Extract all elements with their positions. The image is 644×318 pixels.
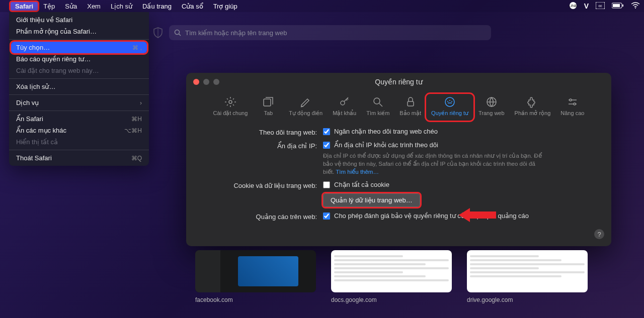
svg-rect-6 xyxy=(622,5,623,7)
tab-tabs[interactable]: Tab xyxy=(253,94,284,121)
separator xyxy=(9,78,149,79)
svg-point-20 xyxy=(574,103,576,105)
checkbox-cross-site-tracking[interactable]: Ngăn chặn theo dõi trang web chéo xyxy=(323,128,599,135)
thumb-drive-google[interactable]: drive.google.com xyxy=(467,250,588,303)
shortcut: ⌥⌘H xyxy=(124,127,142,134)
window-title: Quyền riêng tư xyxy=(186,78,611,86)
line-icon[interactable]: LINE xyxy=(569,2,577,11)
menu-quit-safari[interactable]: Thoát Safari⌘Q xyxy=(9,152,149,164)
label-cookies: Cookie và dữ liệu trang web: xyxy=(198,181,323,189)
menu-window[interactable]: Cửa sổ xyxy=(177,2,208,11)
thumb-label: docs.google.com xyxy=(331,296,452,303)
menubar-right: LINE V cc xyxy=(569,2,640,11)
tab-privacy[interactable]: Quyền riêng tư xyxy=(426,94,473,121)
menu-safari[interactable]: Safari xyxy=(10,2,38,11)
thumb-facebook[interactable]: facebook.com xyxy=(195,250,316,303)
menu-hide-safari[interactable]: Ẩn Safari⌘H xyxy=(9,113,149,125)
svg-text:LINE: LINE xyxy=(569,4,577,8)
help-button[interactable]: ? xyxy=(594,229,604,239)
hint-hide-ip: Địa chỉ IP có thể được sử dụng để xác đị… xyxy=(323,152,544,176)
browser-toolbar: Tìm kiếm hoặc nhập tên trang web xyxy=(0,19,644,46)
chevron-right-icon: › xyxy=(140,99,142,107)
favorites-thumbnails: facebook.com docs.google.com drive.googl… xyxy=(195,250,588,303)
manage-website-data-button[interactable]: Quản lý dữ liệu trang web… xyxy=(323,193,420,207)
svg-point-11 xyxy=(229,100,232,103)
tab-advanced[interactable]: Nâng cao xyxy=(555,94,589,121)
link-learn-more[interactable]: Tìm hiểu thêm… xyxy=(336,169,379,175)
menu-site-settings: Cài đặt cho trang web này… xyxy=(9,65,149,76)
thumb-preview xyxy=(467,250,588,292)
thumb-preview xyxy=(331,250,452,292)
search-icon xyxy=(174,29,181,36)
annotation-arrow-icon xyxy=(458,205,498,225)
separator xyxy=(9,111,149,111)
menu-privacy-report[interactable]: Báo cáo quyền riêng tư… xyxy=(9,53,149,65)
prefs-tabbar: Cài đặt chung Tab Tự động điền Mật khẩu … xyxy=(186,94,611,121)
menu-services[interactable]: Dịch vụ› xyxy=(9,97,149,109)
tab-extensions[interactable]: Phần mở rộng xyxy=(510,94,556,121)
address-search-bar[interactable]: Tìm kiếm hoặc nhập tên trang web xyxy=(169,25,491,40)
svg-line-15 xyxy=(379,103,382,107)
shortcut: ⌘H xyxy=(131,116,142,123)
cc-icon[interactable]: cc xyxy=(596,2,605,11)
thumb-preview xyxy=(195,250,316,292)
tab-passwords[interactable]: Mật khẩu xyxy=(328,94,361,121)
prefs-body: Theo dõi trang web: Ngăn chặn theo dõi t… xyxy=(186,121,611,221)
svg-point-14 xyxy=(374,98,380,104)
menu-show-all: Hiển thị tất cả xyxy=(9,136,149,148)
separator xyxy=(9,150,149,150)
thumb-label: drive.google.com xyxy=(467,296,588,303)
separator xyxy=(9,94,149,95)
menu-view[interactable]: Xem xyxy=(82,2,106,11)
svg-rect-5 xyxy=(613,4,620,7)
tab-search[interactable]: Tìm kiếm xyxy=(361,94,394,121)
menu-file[interactable]: Tệp xyxy=(38,2,60,11)
svg-rect-12 xyxy=(264,99,271,106)
svg-line-10 xyxy=(179,34,181,36)
shield-icon[interactable] xyxy=(153,27,163,38)
thumb-label: facebook.com xyxy=(195,296,316,303)
tab-general[interactable]: Cài đặt chung xyxy=(208,94,253,121)
svg-point-19 xyxy=(570,99,572,101)
search-placeholder: Tìm kiếm hoặc nhập tên trang web xyxy=(185,29,287,37)
checkbox-hide-ip[interactable]: Ẩn địa chỉ IP khỏi các trình theo dõi xyxy=(323,141,599,149)
label-tracking: Theo dõi trang web: xyxy=(198,128,323,136)
menu-bookmarks[interactable]: Dấu trang xyxy=(137,2,177,11)
shortcut: ⌘Q xyxy=(131,155,142,162)
menu-history[interactable]: Lịch sử xyxy=(106,2,137,11)
svg-rect-21 xyxy=(467,211,496,219)
menu-hide-others[interactable]: Ẩn các mục khác⌥⌘H xyxy=(9,125,149,136)
checkbox-block-cookies[interactable]: Chặn tất cả cookie xyxy=(323,181,599,188)
menu-help[interactable]: Trợ giúp xyxy=(208,2,243,11)
preferences-window: Quyền riêng tư Cài đặt chung Tab Tự động… xyxy=(186,73,611,246)
tab-autofill[interactable]: Tự động điền xyxy=(284,94,328,121)
label-web-ads: Quảng cáo trên web: xyxy=(198,212,323,221)
menubar: Safari Tệp Sửa Xem Lịch sử Dấu trang Cửa… xyxy=(0,0,644,12)
svg-point-7 xyxy=(635,8,636,9)
v-icon[interactable]: V xyxy=(584,2,589,10)
wifi-icon[interactable] xyxy=(631,2,640,11)
menu-edit[interactable]: Sửa xyxy=(60,2,82,11)
tab-websites[interactable]: Trang web xyxy=(473,94,510,121)
battery-icon[interactable] xyxy=(612,2,624,10)
menu-clear-history[interactable]: Xóa lịch sử… xyxy=(9,81,149,92)
svg-point-13 xyxy=(341,101,345,105)
thumb-docs-google[interactable]: docs.google.com xyxy=(331,250,452,303)
label-hide-ip: Ẩn địa chỉ IP: xyxy=(198,141,323,150)
svg-point-9 xyxy=(175,30,180,35)
tab-security[interactable]: Bảo mật xyxy=(394,94,426,121)
svg-text:cc: cc xyxy=(599,4,603,8)
svg-point-17 xyxy=(445,97,454,107)
svg-rect-16 xyxy=(408,101,414,106)
